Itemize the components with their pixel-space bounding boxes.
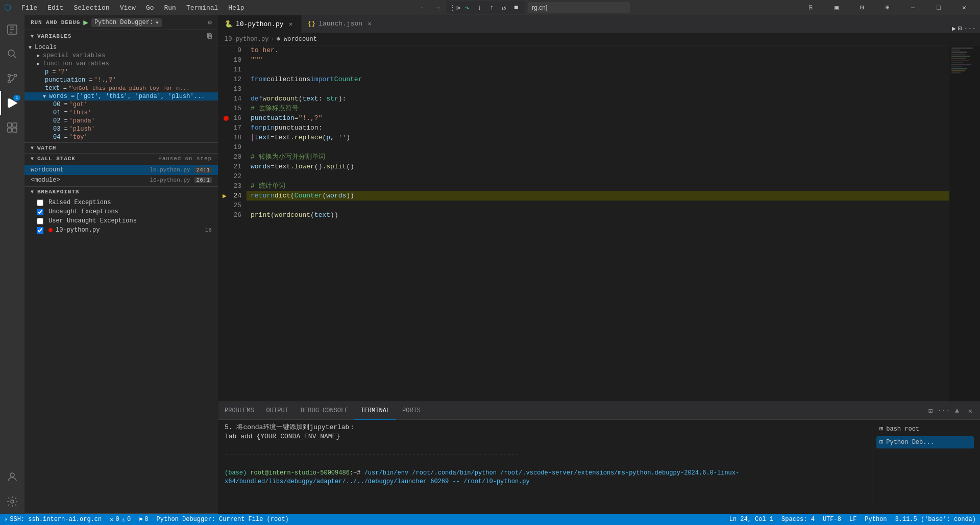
editor-split-btn[interactable]: ⊡ xyxy=(958,24,962,33)
breakpoints-header[interactable]: ▼ BREAKPOINTS xyxy=(24,187,218,197)
status-spaces[interactable]: Spaces: 4 xyxy=(777,514,819,525)
bp-l0-python[interactable]: l0-python.py 16 xyxy=(24,226,218,235)
bp-user-uncaught[interactable]: User Uncaught Exceptions xyxy=(24,216,218,226)
variables-copy-btn[interactable]: ⎘ xyxy=(207,32,212,40)
status-ssh[interactable]: ⚡ SSH: ssh.intern-ai.org.cn xyxy=(0,514,106,525)
menu-view[interactable]: View xyxy=(116,3,140,13)
bp-user-uncaught-checkbox[interactable] xyxy=(37,218,43,224)
restart-btn[interactable]: ↺ xyxy=(498,2,509,13)
code-lines[interactable]: to her. """ from collections import Coun… xyxy=(247,45,949,402)
status-eol[interactable]: LF xyxy=(845,514,861,525)
menu-help[interactable]: Help xyxy=(224,3,248,13)
bp-raised-exceptions[interactable]: Raised Exceptions xyxy=(24,198,218,207)
bp-l0-checkbox[interactable] xyxy=(37,227,43,234)
callstack-wordcount[interactable]: wordcount l0-python.py 24:1 xyxy=(24,165,218,175)
panel-more-btn[interactable]: ··· xyxy=(938,405,949,416)
status-debugger[interactable]: Python Debugger: Current File (root) xyxy=(153,514,293,525)
command-search[interactable] xyxy=(528,2,630,13)
tab-l0-python[interactable]: 🐍 l0-python.py ✕ xyxy=(218,15,302,33)
fn-replace: replace xyxy=(295,133,323,142)
var-words-02[interactable]: 02 = 'panda' xyxy=(24,117,218,125)
activity-explorer[interactable] xyxy=(0,17,24,42)
nav-back-btn[interactable]: ← xyxy=(418,2,429,13)
panel-actions: ⊡ ··· ▲ ✕ xyxy=(925,405,980,416)
menu-edit[interactable]: Edit xyxy=(43,3,67,13)
panel-tab-problems[interactable]: PROBLEMS xyxy=(218,402,260,420)
close-btn[interactable]: ✕ xyxy=(952,0,976,15)
panel-close-btn[interactable]: ✕ xyxy=(965,405,976,416)
breadcrumb-file[interactable]: l0-python.py xyxy=(225,36,268,43)
panel-split-btn[interactable]: ⊡ xyxy=(925,405,936,416)
title-bar: ⬡ File Edit Selection View Go Run Termin… xyxy=(0,0,980,15)
function-variables-group[interactable]: ▶ function variables xyxy=(24,60,218,68)
editor-run-btn[interactable]: ▶ xyxy=(952,24,956,33)
grid-btn[interactable]: ⊞ xyxy=(876,0,899,15)
panel-maximize-btn[interactable]: ▲ xyxy=(951,405,963,416)
maximize-btn[interactable]: □ xyxy=(927,0,950,15)
call-stack-header[interactable]: ▼ CALL STACK Paused on step xyxy=(24,154,218,164)
run-button[interactable]: ▶ xyxy=(83,17,88,28)
var-punctuation[interactable]: punctuation = '!.,?' xyxy=(24,76,218,84)
step-into-btn[interactable]: ↓ xyxy=(474,2,485,13)
activity-settings[interactable] xyxy=(0,489,24,514)
step-out-btn[interactable]: ↑ xyxy=(486,2,497,13)
run-config-selector[interactable]: Python Debugger: ▾ xyxy=(91,18,162,27)
status-errors[interactable]: ✕ 0 ⚠ 0 xyxy=(106,514,135,525)
debug-settings-btn[interactable]: ⚙ xyxy=(208,18,212,27)
status-encoding[interactable]: UTF-8 xyxy=(819,514,845,525)
panel-tab-output[interactable]: OUTPUT xyxy=(260,402,295,420)
sidebar-toggle-btn[interactable]: ⎘ xyxy=(799,0,823,15)
terminal-python-debug[interactable]: ⊞ Python Deb... xyxy=(876,436,974,448)
variables-header[interactable]: ▼ VARIABLES ⎘ xyxy=(24,30,218,42)
tab-json-close[interactable]: ✕ xyxy=(365,20,374,28)
menu-selection[interactable]: Selection xyxy=(69,3,113,13)
bp-uncaught-checkbox[interactable] xyxy=(37,209,43,215)
var-text[interactable]: text = "\nGot this panda plush toy for m… xyxy=(24,84,218,92)
activity-extensions[interactable] xyxy=(0,115,24,140)
menu-go[interactable]: Go xyxy=(142,3,158,13)
menu-file[interactable]: File xyxy=(17,3,41,13)
status-language[interactable]: Python xyxy=(861,514,891,525)
special-variables-group[interactable]: ▶ special variables xyxy=(24,52,218,60)
var-p[interactable]: p = '?' xyxy=(24,68,218,76)
activity-debug[interactable]: 1 xyxy=(0,91,24,115)
status-version[interactable]: 3.11.5 ('base': conda) xyxy=(891,514,980,525)
panel-tab-debug-console[interactable]: DEBUG CONSOLE xyxy=(295,402,355,420)
minimap-line-11 xyxy=(951,68,967,69)
callstack-module[interactable]: <module> l0-python.py 26:1 xyxy=(24,175,218,185)
stop-btn[interactable]: ■ xyxy=(510,2,522,13)
comment-23: # 统计单词 xyxy=(251,181,285,191)
bp-uncaught-exceptions[interactable]: Uncaught Exceptions xyxy=(24,207,218,216)
var-words-03[interactable]: 03 = 'plush' xyxy=(24,125,218,133)
bp-raised-checkbox[interactable] xyxy=(37,199,43,206)
var-words[interactable]: ▼ words = ['got', 'this', 'panda', 'plus… xyxy=(24,92,218,101)
terminal-bash-root[interactable]: ⊞ bash root xyxy=(876,423,974,435)
activity-search[interactable] xyxy=(0,42,24,66)
split-btn[interactable]: ⊡ xyxy=(850,0,874,15)
nav-forward-btn[interactable]: → xyxy=(432,2,443,13)
tab-launch-json[interactable]: {} launch.json ✕ xyxy=(302,15,380,33)
activity-source-control[interactable] xyxy=(0,66,24,91)
menu-terminal[interactable]: Terminal xyxy=(182,3,222,13)
panel-tab-ports[interactable]: PORTS xyxy=(396,402,427,420)
var-words-04[interactable]: 04 = 'toy' xyxy=(24,133,218,141)
menu-run[interactable]: Run xyxy=(160,3,180,13)
watch-header[interactable]: ▼ WATCH xyxy=(24,143,218,153)
param-p: p xyxy=(262,123,266,133)
layout-btn[interactable]: ▣ xyxy=(825,0,848,15)
panel-tab-terminal[interactable]: TERMINAL xyxy=(354,402,396,420)
continue-btn[interactable]: ⋮⊳ xyxy=(449,2,460,13)
activity-accounts[interactable] xyxy=(0,465,24,489)
status-debug-count[interactable]: ⚑ 0 xyxy=(135,514,152,525)
breadcrumb-function[interactable]: ⊛ wordcount xyxy=(277,35,317,43)
step-over-btn[interactable]: ↷ xyxy=(461,2,473,13)
locals-group[interactable]: ▼ Locals xyxy=(24,43,218,52)
editor-more-btn[interactable]: ··· xyxy=(964,25,976,33)
var-words-00[interactable]: 00 = 'got' xyxy=(24,101,218,109)
tab-l0-close[interactable]: ✕ xyxy=(287,20,295,28)
minimize-btn[interactable]: ─ xyxy=(901,0,925,15)
status-position[interactable]: Ln 24, Col 1 xyxy=(725,514,777,525)
locals-label: Locals xyxy=(35,44,57,51)
var-words-01[interactable]: 01 = 'this' xyxy=(24,109,218,117)
code-content[interactable]: 9 10 11 12 13 14 15 16 17 18 19 20 21 xyxy=(218,45,980,402)
